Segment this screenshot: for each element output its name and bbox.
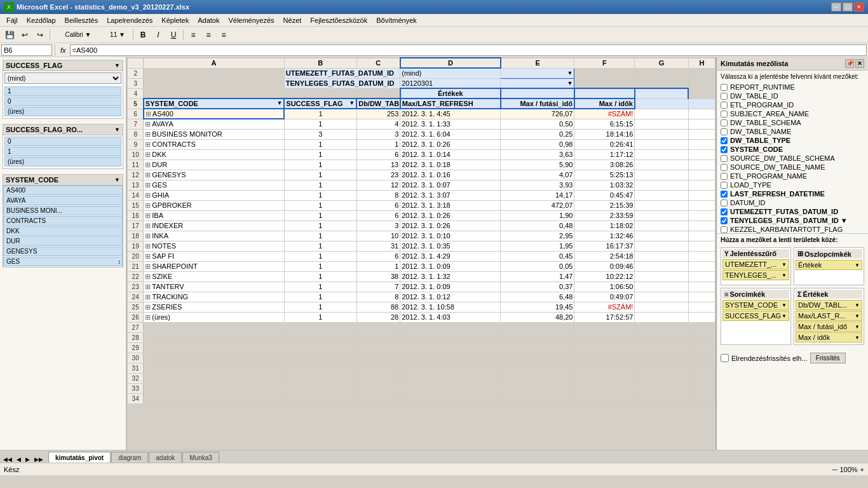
cell-system-24[interactable]: ⊞TRACKING	[144, 292, 284, 302]
col-header-H[interactable]: H	[688, 58, 715, 68]
menu-view[interactable]: Nézet	[280, 16, 306, 25]
zoom-out[interactable]: ─	[832, 466, 837, 473]
menu-layout[interactable]: Lapelrendezés	[103, 16, 156, 25]
minimize-button[interactable]: ─	[831, 3, 841, 11]
filter-item-0[interactable]: 0	[4, 97, 121, 106]
system-code-header[interactable]: SYSTEM_CODE ▼	[144, 98, 284, 109]
sc-genesys[interactable]: GENESYS	[3, 247, 123, 256]
cell-system-6[interactable]: ⊞AS400	[144, 109, 284, 119]
frissites-button[interactable]: Frissítés	[810, 353, 846, 363]
expand-icon-22[interactable]: ⊞	[145, 273, 151, 280]
field-REPORT_RUNTIME[interactable]: REPORT_RUNTIME	[721, 83, 864, 92]
sorcimkek-success-flag[interactable]: SUCCESS_FLAG ▼	[722, 311, 789, 321]
field-check-DW_TABLE_TYPE[interactable]	[721, 137, 728, 144]
menu-insert[interactable]: Beillesztés	[61, 16, 102, 25]
cell-system-8[interactable]: ⊞BUSINESS MONITOR	[144, 129, 284, 139]
cell-system-14[interactable]: ⊞GHIA	[144, 190, 284, 200]
undo-button[interactable]: ↩	[18, 28, 32, 42]
expand-icon-11[interactable]: ⊞	[145, 161, 151, 168]
field-check-LOAD_TYPE[interactable]	[721, 182, 728, 189]
cell-system-12[interactable]: ⊞GENESYS	[144, 170, 284, 180]
field-check-DW_TABLE_NAME[interactable]	[721, 128, 728, 135]
expand-icon-21[interactable]: ⊞	[145, 262, 151, 270]
field-check-LAST_REFRESH_DATETIME[interactable]	[721, 191, 728, 198]
field-SYSTEM_CODE[interactable]: SYSTEM_CODE	[721, 145, 864, 154]
cell-system-10[interactable]: ⊞DKK	[144, 149, 284, 159]
field-DW_TABLE_ID[interactable]: DW_TABLE_ID	[721, 92, 864, 100]
ertekek-idok[interactable]: Max / idők ▼	[796, 332, 862, 342]
col-header-D[interactable]: D	[400, 58, 501, 68]
expand-icon-15[interactable]: ⊞	[145, 201, 151, 209]
save-button[interactable]: 💾	[3, 28, 17, 42]
expand-icon-18[interactable]: ⊞	[145, 232, 151, 240]
filter-ro-item-0[interactable]: 0	[4, 137, 121, 146]
sc-dkk[interactable]: DKK	[3, 226, 123, 236]
tenyleges-dropdown-arrow[interactable]: ▼	[567, 80, 573, 86]
success-flag-sort-icon[interactable]: ▼	[349, 100, 355, 106]
cell-system-18[interactable]: ⊞INKA	[144, 231, 284, 241]
field-check-SUBJECT_AREA_NAME[interactable]	[721, 111, 728, 118]
expand-icon-25[interactable]: ⊞	[145, 303, 151, 311]
col-header-F[interactable]: F	[574, 58, 635, 68]
expand-icon-10[interactable]: ⊞	[145, 151, 151, 158]
expand-icon-16[interactable]: ⊞	[145, 212, 151, 219]
expand-icon-8[interactable]: ⊞	[145, 130, 151, 138]
success-flag-row-arrow[interactable]: ▼	[782, 313, 787, 319]
sheet-scroll-right[interactable]: ▶▶	[32, 456, 45, 463]
cell-system-22[interactable]: ⊞SZIKE	[144, 271, 284, 281]
field-check-UTEMEZETT_FUTAS_DATUM_ID[interactable]	[721, 208, 728, 215]
field-LAST_REFRESH_DATETIME[interactable]: LAST_REFRESH_DATETIME	[721, 189, 864, 198]
col-header-G[interactable]: G	[635, 58, 688, 68]
cell-system-16[interactable]: ⊞IBA	[144, 210, 284, 220]
field-check-DATUM_ID[interactable]	[721, 200, 728, 207]
filter-tag-tenyleges[interactable]: TENYLEGES_... ▼	[722, 270, 789, 280]
sc-avaya[interactable]: AVAYA	[3, 196, 123, 205]
sheet-scroll-left[interactable]: ◀◀	[1, 456, 14, 463]
field-SUBJECT_AREA_NAME[interactable]: SUBJECT_AREA_NAME	[721, 109, 864, 118]
align-left-button[interactable]: ≡	[186, 28, 200, 42]
panel-close-button[interactable]: ✕	[855, 59, 864, 68]
system-code-sort-icon[interactable]: ▼	[276, 100, 282, 106]
menu-review[interactable]: Véleményezés	[224, 16, 278, 25]
sheet-scroll-prev[interactable]: ◀	[15, 456, 23, 463]
cell-E2[interactable]: ▼	[501, 68, 574, 78]
field-DATUM_ID[interactable]: DATUM_ID	[721, 198, 864, 207]
field-DW_TABLE_TYPE[interactable]: DW_TABLE_TYPE	[721, 136, 864, 145]
field-SOURCE_DW_TABLE_SCHEMA[interactable]: SOURCE_DW_TABLE_SCHEMA	[721, 154, 864, 163]
field-TENYLEGES_FUTAS_DATUM_ID[interactable]: TENYLEGES_FUTAS_DATUM_ID ▼	[721, 216, 864, 225]
field-check-SYSTEM_CODE[interactable]	[721, 146, 728, 153]
sc-contracts[interactable]: CONTRACTS	[3, 216, 123, 226]
menu-home[interactable]: Kezdőlap	[23, 16, 60, 25]
filter-tag-utemezett[interactable]: UTEMEZETT_... ▼	[722, 259, 789, 269]
col-header-E[interactable]: E	[501, 58, 574, 68]
field-check-TENYLEGES_FUTAS_DATUM_ID[interactable]	[721, 217, 728, 224]
underline-button[interactable]: U	[166, 28, 180, 42]
cell-system-21[interactable]: ⊞SHAREPOINT	[144, 261, 284, 271]
expand-icon-23[interactable]: ⊞	[145, 283, 151, 290]
system-code-filter-icon[interactable]: ▼	[114, 177, 120, 183]
expand-icon-9[interactable]: ⊞	[145, 140, 151, 148]
elrendez-checkbox[interactable]	[721, 354, 729, 362]
futasi-arrow[interactable]: ▼	[855, 324, 860, 330]
field-check-SOURCE_DW_TABLE_SCHEMA[interactable]	[721, 155, 728, 162]
field-check-REPORT_RUNTIME[interactable]	[721, 84, 728, 91]
ertekek-last-r[interactable]: Max/LAST_R... ▼	[796, 311, 862, 321]
menu-developer[interactable]: Fejlesztőeszközök	[306, 16, 371, 25]
idok-arrow[interactable]: ▼	[855, 335, 860, 341]
field-check-KEZZEL_KARBANTARTOTT_FLAG[interactable]	[721, 226, 728, 233]
cell-system-23[interactable]: ⊞TANTERV	[144, 281, 284, 292]
utemezett-dropdown-arrow[interactable]: ▼	[567, 70, 573, 76]
expand-icon-12[interactable]: ⊞	[145, 171, 151, 179]
field-check-DW_TABLE_ID[interactable]	[721, 93, 728, 100]
maximize-button[interactable]: □	[843, 3, 853, 11]
zoom-in[interactable]: +	[860, 466, 864, 473]
expand-icon-19[interactable]: ⊞	[145, 242, 151, 250]
cell-system-19[interactable]: ⊞NOTES	[144, 241, 284, 251]
success-flag-header[interactable]: SUCCESS_FLAG ▼	[284, 98, 356, 109]
col-header-A[interactable]: A	[144, 58, 284, 68]
field-DW_TABLE_NAME[interactable]: DW_TABLE_NAME	[721, 127, 864, 136]
expand-icon-24[interactable]: ⊞	[145, 293, 151, 301]
cell-system-26[interactable]: ⊞(üres)	[144, 312, 284, 322]
cell-system-11[interactable]: ⊞DUR	[144, 159, 284, 170]
cell-system-17[interactable]: ⊞INDEXER	[144, 220, 284, 231]
